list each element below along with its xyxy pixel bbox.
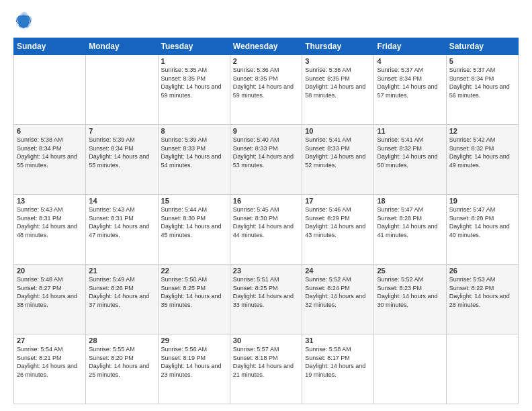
calendar-cell: 14Sunrise: 5:43 AM Sunset: 8:31 PM Dayli… bbox=[86, 195, 158, 265]
day-number: 3 bbox=[305, 57, 371, 65]
calendar-cell: 2Sunrise: 5:36 AM Sunset: 8:35 PM Daylig… bbox=[230, 55, 302, 125]
calendar-cell: 28Sunrise: 5:55 AM Sunset: 8:20 PM Dayli… bbox=[86, 334, 158, 404]
day-number: 28 bbox=[89, 336, 154, 345]
calendar-cell: 26Sunrise: 5:53 AM Sunset: 8:22 PM Dayli… bbox=[446, 265, 518, 334]
calendar-cell: 16Sunrise: 5:45 AM Sunset: 8:30 PM Dayli… bbox=[230, 195, 302, 265]
calendar-cell: 10Sunrise: 5:41 AM Sunset: 8:33 PM Dayli… bbox=[302, 125, 374, 195]
calendar-cell: 4Sunrise: 5:37 AM Sunset: 8:34 PM Daylig… bbox=[374, 55, 446, 125]
day-info: Sunrise: 5:52 AM Sunset: 8:23 PM Dayligh… bbox=[377, 275, 443, 309]
day-number: 30 bbox=[233, 336, 299, 345]
logo bbox=[13, 11, 36, 31]
day-number: 4 bbox=[377, 57, 443, 65]
calendar-week-row: 13Sunrise: 5:43 AM Sunset: 8:31 PM Dayli… bbox=[14, 195, 519, 265]
calendar-week-row: 1Sunrise: 5:35 AM Sunset: 8:35 PM Daylig… bbox=[14, 55, 519, 125]
calendar-cell: 24Sunrise: 5:52 AM Sunset: 8:24 PM Dayli… bbox=[302, 265, 374, 334]
day-info: Sunrise: 5:42 AM Sunset: 8:32 PM Dayligh… bbox=[449, 136, 515, 169]
calendar-cell: 9Sunrise: 5:40 AM Sunset: 8:33 PM Daylig… bbox=[230, 125, 302, 195]
day-info: Sunrise: 5:37 AM Sunset: 8:34 PM Dayligh… bbox=[377, 66, 443, 99]
calendar-cell: 11Sunrise: 5:41 AM Sunset: 8:32 PM Dayli… bbox=[374, 125, 446, 195]
calendar-cell: 6Sunrise: 5:38 AM Sunset: 8:34 PM Daylig… bbox=[14, 125, 86, 195]
day-number: 22 bbox=[161, 267, 227, 275]
day-number: 15 bbox=[161, 197, 227, 205]
day-info: Sunrise: 5:46 AM Sunset: 8:29 PM Dayligh… bbox=[305, 205, 371, 239]
calendar-cell bbox=[374, 334, 446, 404]
day-info: Sunrise: 5:51 AM Sunset: 8:25 PM Dayligh… bbox=[233, 275, 299, 309]
page: Sunday Monday Tuesday Wednesday Thursday… bbox=[0, 0, 532, 411]
day-info: Sunrise: 5:53 AM Sunset: 8:22 PM Dayligh… bbox=[449, 275, 515, 309]
day-info: Sunrise: 5:37 AM Sunset: 8:34 PM Dayligh… bbox=[449, 66, 515, 99]
calendar-cell: 7Sunrise: 5:39 AM Sunset: 8:34 PM Daylig… bbox=[86, 125, 158, 195]
day-info: Sunrise: 5:58 AM Sunset: 8:17 PM Dayligh… bbox=[305, 345, 371, 379]
day-info: Sunrise: 5:36 AM Sunset: 8:35 PM Dayligh… bbox=[233, 66, 299, 99]
day-number: 17 bbox=[305, 197, 371, 205]
day-number: 12 bbox=[449, 127, 515, 135]
calendar-cell: 25Sunrise: 5:52 AM Sunset: 8:23 PM Dayli… bbox=[374, 265, 446, 334]
day-info: Sunrise: 5:40 AM Sunset: 8:33 PM Dayligh… bbox=[233, 136, 299, 169]
day-number: 19 bbox=[449, 197, 515, 205]
col-saturday: Saturday bbox=[446, 38, 518, 55]
day-info: Sunrise: 5:56 AM Sunset: 8:19 PM Dayligh… bbox=[161, 345, 227, 379]
day-number: 31 bbox=[305, 336, 371, 345]
day-number: 10 bbox=[305, 127, 371, 135]
calendar-cell: 30Sunrise: 5:57 AM Sunset: 8:18 PM Dayli… bbox=[230, 334, 302, 404]
calendar-cell: 1Sunrise: 5:35 AM Sunset: 8:35 PM Daylig… bbox=[158, 55, 230, 125]
calendar-cell: 3Sunrise: 5:36 AM Sunset: 8:35 PM Daylig… bbox=[302, 55, 374, 125]
calendar-week-row: 27Sunrise: 5:54 AM Sunset: 8:21 PM Dayli… bbox=[14, 334, 519, 404]
day-number: 13 bbox=[17, 197, 83, 205]
col-tuesday: Tuesday bbox=[158, 38, 230, 55]
calendar-cell: 13Sunrise: 5:43 AM Sunset: 8:31 PM Dayli… bbox=[14, 195, 86, 265]
day-info: Sunrise: 5:55 AM Sunset: 8:20 PM Dayligh… bbox=[89, 345, 154, 379]
day-info: Sunrise: 5:48 AM Sunset: 8:27 PM Dayligh… bbox=[17, 275, 83, 309]
calendar-table: Sunday Monday Tuesday Wednesday Thursday… bbox=[13, 38, 519, 404]
day-info: Sunrise: 5:47 AM Sunset: 8:28 PM Dayligh… bbox=[449, 205, 515, 239]
calendar-cell: 18Sunrise: 5:47 AM Sunset: 8:28 PM Dayli… bbox=[374, 195, 446, 265]
day-number: 5 bbox=[449, 57, 515, 65]
day-number: 9 bbox=[233, 127, 299, 135]
calendar-cell: 17Sunrise: 5:46 AM Sunset: 8:29 PM Dayli… bbox=[302, 195, 374, 265]
col-sunday: Sunday bbox=[14, 38, 86, 55]
day-number: 18 bbox=[377, 197, 443, 205]
day-info: Sunrise: 5:49 AM Sunset: 8:26 PM Dayligh… bbox=[89, 275, 154, 309]
col-monday: Monday bbox=[86, 38, 158, 55]
day-number: 23 bbox=[233, 267, 299, 275]
calendar-cell: 20Sunrise: 5:48 AM Sunset: 8:27 PM Dayli… bbox=[14, 265, 86, 334]
weekday-header-row: Sunday Monday Tuesday Wednesday Thursday… bbox=[14, 38, 519, 55]
day-number: 14 bbox=[89, 197, 154, 205]
calendar-cell: 8Sunrise: 5:39 AM Sunset: 8:33 PM Daylig… bbox=[158, 125, 230, 195]
calendar-cell bbox=[14, 55, 86, 125]
day-info: Sunrise: 5:43 AM Sunset: 8:31 PM Dayligh… bbox=[89, 205, 154, 239]
day-info: Sunrise: 5:45 AM Sunset: 8:30 PM Dayligh… bbox=[233, 205, 299, 239]
calendar-week-row: 20Sunrise: 5:48 AM Sunset: 8:27 PM Dayli… bbox=[14, 265, 519, 334]
col-thursday: Thursday bbox=[302, 38, 374, 55]
calendar-cell: 27Sunrise: 5:54 AM Sunset: 8:21 PM Dayli… bbox=[14, 334, 86, 404]
day-number: 21 bbox=[89, 267, 154, 275]
day-number: 24 bbox=[305, 267, 371, 275]
day-info: Sunrise: 5:50 AM Sunset: 8:25 PM Dayligh… bbox=[161, 275, 227, 309]
calendar-cell: 5Sunrise: 5:37 AM Sunset: 8:34 PM Daylig… bbox=[446, 55, 518, 125]
col-wednesday: Wednesday bbox=[230, 38, 302, 55]
day-info: Sunrise: 5:54 AM Sunset: 8:21 PM Dayligh… bbox=[17, 345, 83, 379]
day-number: 25 bbox=[377, 267, 443, 275]
day-number: 6 bbox=[17, 127, 83, 135]
day-number: 8 bbox=[161, 127, 227, 135]
day-number: 1 bbox=[161, 57, 227, 65]
logo-icon bbox=[13, 11, 34, 31]
calendar-week-row: 6Sunrise: 5:38 AM Sunset: 8:34 PM Daylig… bbox=[14, 125, 519, 195]
calendar-cell: 22Sunrise: 5:50 AM Sunset: 8:25 PM Dayli… bbox=[158, 265, 230, 334]
day-number: 29 bbox=[161, 336, 227, 345]
calendar-cell: 12Sunrise: 5:42 AM Sunset: 8:32 PM Dayli… bbox=[446, 125, 518, 195]
day-number: 27 bbox=[17, 336, 83, 345]
day-info: Sunrise: 5:44 AM Sunset: 8:30 PM Dayligh… bbox=[161, 205, 227, 239]
day-number: 26 bbox=[449, 267, 515, 275]
calendar-cell: 21Sunrise: 5:49 AM Sunset: 8:26 PM Dayli… bbox=[86, 265, 158, 334]
calendar-cell bbox=[446, 334, 518, 404]
calendar-cell: 31Sunrise: 5:58 AM Sunset: 8:17 PM Dayli… bbox=[302, 334, 374, 404]
col-friday: Friday bbox=[374, 38, 446, 55]
calendar-cell: 15Sunrise: 5:44 AM Sunset: 8:30 PM Dayli… bbox=[158, 195, 230, 265]
day-number: 11 bbox=[377, 127, 443, 135]
day-info: Sunrise: 5:57 AM Sunset: 8:18 PM Dayligh… bbox=[233, 345, 299, 379]
day-info: Sunrise: 5:41 AM Sunset: 8:33 PM Dayligh… bbox=[305, 136, 371, 169]
calendar-cell: 19Sunrise: 5:47 AM Sunset: 8:28 PM Dayli… bbox=[446, 195, 518, 265]
day-info: Sunrise: 5:39 AM Sunset: 8:33 PM Dayligh… bbox=[161, 136, 227, 169]
day-info: Sunrise: 5:43 AM Sunset: 8:31 PM Dayligh… bbox=[17, 205, 83, 239]
